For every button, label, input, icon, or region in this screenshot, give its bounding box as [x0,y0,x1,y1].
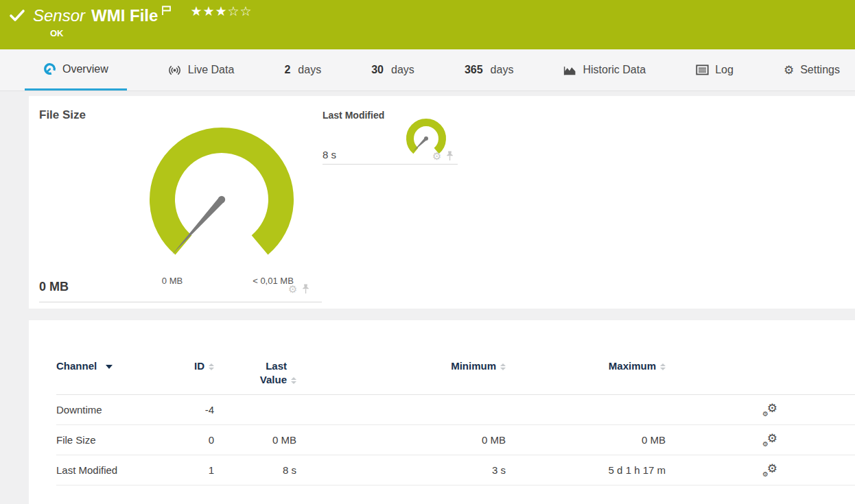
tab-historic-data[interactable]: Historic Data [554,49,655,91]
cell-id: 0 [172,425,214,455]
flag-icon[interactable] [161,5,172,16]
cell-channel[interactable]: Last Modified [56,455,172,485]
tab-unit: days [491,64,514,76]
log-list-icon [696,64,709,75]
tab-log[interactable]: Log [686,49,743,91]
broadcast-icon [167,64,182,76]
gauge-scale-min: 0 MB [143,276,202,286]
tab-number: 2 [284,64,290,76]
cell-minimum [296,395,506,425]
column-header-id[interactable]: ID [172,359,214,373]
tab-label: Log [715,64,734,76]
column-header-maximum[interactable]: Maximum [506,359,666,373]
cell-maximum: 0 MB [506,425,666,455]
table-row[interactable]: File Size 0 0 MB 0 MB 0 MB ⚙⚙ [56,425,855,455]
file-size-current-value: 0 MB [39,280,69,294]
sort-icon[interactable] [291,377,296,387]
gauge-title-file-size: File Size [39,108,86,122]
cell-actions: ⚙⚙ [666,455,855,485]
cell-last-value: 0 MB [214,425,296,455]
last-modified-current-value: 8 s [323,149,336,160]
tab-number: 30 [371,64,384,76]
cell-channel[interactable]: File Size [56,425,172,455]
priority-rating[interactable]: ★★★☆☆ [190,3,252,19]
cell-minimum: 0 MB [296,425,506,455]
cell-maximum [506,395,666,425]
tab-settings[interactable]: ⚙ Settings [774,49,850,91]
tab-overview[interactable]: Overview [25,49,127,91]
file-size-gauge[interactable] [143,121,301,278]
cell-channel[interactable]: Downtime [56,395,172,425]
tab-number: 365 [465,64,483,76]
gear-icon: ⚙ [784,64,794,76]
gear-icon[interactable]: ⚙ [432,151,441,161]
tab-unit: days [391,64,414,76]
gauge-title-last-modified: Last Modified [323,110,384,121]
sensor-title: WMI File [91,6,158,25]
sort-icon[interactable] [500,363,506,373]
channel-settings-gears-icon[interactable]: ⚙⚙ [764,433,777,448]
column-header-channel[interactable]: Channel [56,359,172,373]
gauge-actions: ⚙ [432,151,454,161]
column-header-minimum[interactable]: Minimum [296,359,506,373]
pin-icon[interactable] [302,284,309,294]
channel-table-panel: Channel ID Last Value Minimum Maximum [29,320,855,504]
sensor-kind-label: Sensor [33,6,85,25]
gear-icon[interactable]: ⚙ [288,284,297,294]
sort-icon[interactable] [660,363,666,373]
table-header-row: Channel ID Last Value Minimum Maximum [56,359,855,395]
chevron-down-icon [106,365,113,369]
stars-empty[interactable]: ☆☆ [227,4,252,19]
divider [39,302,322,302]
cell-actions: ⚙⚙ [666,395,855,425]
cell-last-value: 8 s [214,455,296,485]
tab-bar: Overview Live Data 2 days 30 days 365 da… [0,49,855,91]
table-row[interactable]: Downtime -4 ⚙⚙ [56,395,855,425]
cell-actions: ⚙⚙ [666,425,855,455]
sensor-header: Sensor WMI File ★★★☆☆ OK [0,0,855,49]
area-chart-icon [563,64,576,76]
tab-label: Historic Data [583,64,646,76]
channel-settings-gears-icon[interactable]: ⚙⚙ [764,463,777,478]
cell-id: 1 [172,455,214,485]
channel-table: Channel ID Last Value Minimum Maximum [29,320,855,485]
cell-id: -4 [172,395,214,425]
tab-365-days[interactable]: 365 days [455,49,524,91]
gauge-icon [43,62,56,75]
tab-unit: days [298,64,321,76]
tab-label: Live Data [188,64,235,76]
sensor-status-badge: OK [50,28,64,38]
tab-2-days[interactable]: 2 days [274,49,331,91]
tab-label: Overview [62,63,108,75]
divider [323,164,458,165]
status-ok-check-icon [9,9,25,23]
column-header-last-value[interactable]: Last Value [214,359,296,387]
tab-label: Settings [800,64,840,76]
cell-maximum: 5 d 1 h 17 m [506,455,666,485]
pin-icon[interactable] [446,151,454,161]
tab-live-data[interactable]: Live Data [158,49,244,91]
tab-30-days[interactable]: 30 days [362,49,424,91]
sort-icon[interactable] [209,363,214,373]
cell-last-value [214,395,296,425]
stars-filled[interactable]: ★★★ [190,4,227,19]
channel-settings-gears-icon[interactable]: ⚙⚙ [764,403,777,418]
table-row[interactable]: Last Modified 1 8 s 3 s 5 d 1 h 17 m ⚙⚙ [56,455,855,485]
cell-minimum: 3 s [296,455,506,485]
gauge-actions: ⚙ [288,284,309,294]
gauges-panel: File Size 0 MB < 0,01 MB 0 MB ⚙ Last Mod… [29,96,855,309]
